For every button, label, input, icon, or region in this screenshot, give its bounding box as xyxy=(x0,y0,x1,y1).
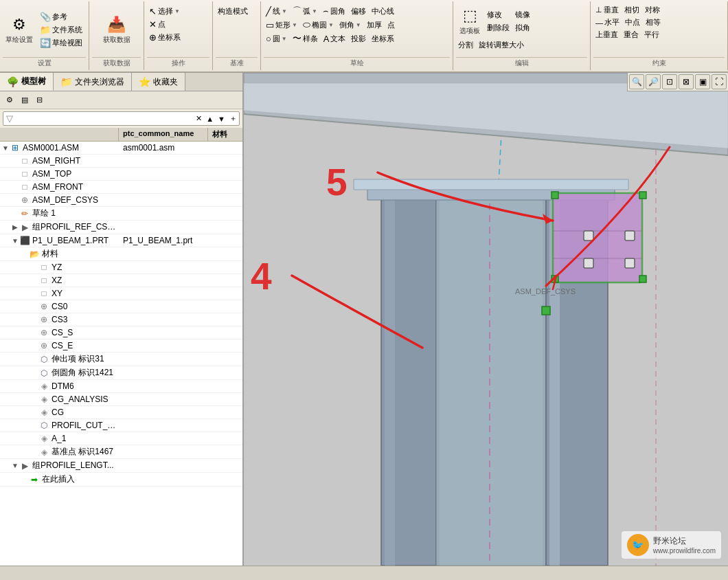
btn-spline[interactable]: 〜样条 xyxy=(291,32,320,45)
btn-equal[interactable]: 相等 xyxy=(644,16,663,28)
btn-line[interactable]: ╱线▼ xyxy=(264,5,289,17)
tree-item[interactable]: □ YZ xyxy=(0,261,242,274)
tree-item[interactable]: ⊕ ASM_DEF_CSYS xyxy=(0,194,242,207)
vp-btn-zoom-out[interactable]: 🔎 xyxy=(646,74,661,89)
tree-item[interactable]: ◈ 基准点 标识1467 xyxy=(0,445,242,459)
vp-btn-zoom-fit[interactable]: ⊡ xyxy=(662,74,677,89)
btn-mirror[interactable]: 镜像 xyxy=(513,9,532,21)
btn-re-sketch[interactable]: 🔄 草绘视图 xyxy=(38,37,84,49)
search-input[interactable] xyxy=(16,113,194,125)
btn-align[interactable]: 对称 xyxy=(643,4,662,16)
tree-item[interactable]: ⬡ PROFIL_CUT_QUIL... xyxy=(0,419,242,432)
tree-item[interactable]: □ XZ xyxy=(0,274,242,287)
status-bar xyxy=(0,566,728,580)
btn-select-items[interactable]: ⬚ 选项板 xyxy=(456,4,484,38)
btn-coord-label: 坐标系 xyxy=(158,32,181,43)
btn-arc[interactable]: ⌒弧▼ xyxy=(291,4,319,18)
btn-midpoint[interactable]: 中点 xyxy=(623,16,642,28)
vp-btn-zoom-actual[interactable]: ⊠ xyxy=(679,74,694,89)
vp-btn-zoom-in[interactable]: 🔍 xyxy=(629,74,644,89)
tree-item[interactable]: ▶ ▶ 组PROFIL_REF_CSYS xyxy=(0,221,242,234)
btn-divide[interactable]: 分割 xyxy=(456,39,475,51)
tree-item[interactable]: ➡ 在此插入 xyxy=(0,473,242,487)
tab-favorites[interactable]: ⭐ 收藏夹 xyxy=(132,73,185,91)
filesystem-icon: 📁 xyxy=(40,25,51,35)
tree-item-icon: □ xyxy=(38,275,49,286)
toolbar-btn-columns[interactable]: ▤ xyxy=(18,93,32,107)
tree-item[interactable]: ▼ ⊞ ASM0001.ASM asm0001.asm xyxy=(0,142,242,155)
tree-item[interactable]: □ ASM_TOP xyxy=(0,168,242,181)
btn-horizontal[interactable]: —水平 xyxy=(593,16,622,28)
btn-thicken[interactable]: 加厚 xyxy=(365,19,384,31)
vp-btn-view-mode[interactable]: ▣ xyxy=(695,74,710,89)
btn-getdata[interactable]: 📥 获取数据 xyxy=(100,5,133,55)
btn-sketch-settings[interactable]: ⚙ 草绘设置 xyxy=(3,5,36,55)
btn-circle-corner[interactable]: ⌢圆角 xyxy=(321,5,348,17)
tree-item[interactable]: ⊕ CS_E xyxy=(0,339,242,353)
tree-item-icon: ⊕ xyxy=(19,194,30,205)
btn-point[interactable]: ✕ 点 xyxy=(147,19,209,30)
search-clear-btn[interactable]: ✕ xyxy=(194,113,204,124)
tree-item[interactable]: ⬡ 倒圆角 标识1421 xyxy=(0,366,242,380)
tree-item[interactable]: ◈ A_1 xyxy=(0,432,242,445)
tree-item[interactable]: □ ASM_FRONT xyxy=(0,181,242,194)
btn-tangent[interactable]: 相切 xyxy=(622,4,641,16)
tree-item[interactable]: ◈ CG xyxy=(0,406,242,419)
btn-circle2[interactable]: ○圆▼ xyxy=(264,33,289,45)
btn-offset[interactable]: 偏移 xyxy=(349,5,368,17)
tree-item-icon: ⊕ xyxy=(38,327,49,338)
btn-delete-seg[interactable]: 删除段 xyxy=(485,22,512,34)
btn-rotate-resize[interactable]: 旋转调整大小 xyxy=(477,39,526,51)
tree-item[interactable]: ▼ ⬛ P1_U_BEAM_1.PRT P1_U_BEAM_1.prt xyxy=(0,234,242,247)
tree-item[interactable]: ✏ 草绘 1 xyxy=(0,207,242,221)
tree-item[interactable]: ◈ CG_ANALYSIS xyxy=(0,393,242,406)
tree-item[interactable]: □ XY xyxy=(0,287,242,300)
btn-ellipse[interactable]: ⬭椭圆▼ xyxy=(301,19,336,31)
svg-rect-8 xyxy=(385,197,395,566)
tree-item-icon: ⊕ xyxy=(38,340,49,351)
btn-centerline[interactable]: 中心线 xyxy=(369,5,396,17)
tree-item[interactable]: ⊕ CS_S xyxy=(0,326,242,339)
btn-construct[interactable]: 构造模式 xyxy=(216,5,258,17)
btn-filesystem[interactable]: 📁 文件系统 xyxy=(38,24,84,36)
btn-coincident[interactable]: 重合 xyxy=(622,29,641,41)
toolbar-btn-filter[interactable]: ⊟ xyxy=(33,93,46,107)
tab-model-tree[interactable]: 🌳 模型树 xyxy=(0,73,54,91)
tree-item-label: ASM_DEF_CSYS xyxy=(30,195,119,205)
btn-coordinate[interactable]: 坐标系 xyxy=(369,33,396,45)
expand-arrow[interactable]: ▼ xyxy=(11,237,19,245)
tree-item[interactable]: ◈ DTM6 xyxy=(0,380,242,393)
tree-item[interactable]: ⬡ 伸出项 标识31 xyxy=(0,353,242,366)
tree-item[interactable]: ⊕ CS3 xyxy=(0,313,242,326)
search-prev-btn[interactable]: ▲ xyxy=(204,113,216,124)
tab-folder-browser[interactable]: 📁 文件夹浏览器 xyxy=(54,73,132,91)
toolbar-btn-settings[interactable]: ⚙ xyxy=(3,93,16,107)
tree-item-icon: ⬛ xyxy=(19,235,30,246)
btn-select[interactable]: ↖ 选择 ▼ xyxy=(147,5,209,17)
tree-item[interactable]: 📂 材料 xyxy=(0,247,242,261)
expand-arrow[interactable]: ▼ xyxy=(1,144,10,152)
search-add-btn[interactable]: ＋ xyxy=(227,112,239,125)
expand-arrow[interactable]: ▶ xyxy=(11,223,19,231)
btn-coord[interactable]: ⊕ 坐标系 xyxy=(147,32,209,43)
btn-modify[interactable]: 修改 xyxy=(485,9,512,21)
tree-item[interactable]: ⊕ CS0 xyxy=(0,300,242,313)
vp-btn-fullscreen[interactable]: ⛶ xyxy=(712,74,727,89)
btn-perpendicular[interactable]: 上垂直 xyxy=(593,29,620,41)
tree-item[interactable]: ▼ ▶ 组PROFILE_LENGT... xyxy=(0,459,242,473)
model-tree-content[interactable]: ▼ ⊞ ASM0001.ASM asm0001.asm □ ASM_RIGHT … xyxy=(0,142,242,566)
btn-parallel[interactable]: 平行 xyxy=(642,29,661,41)
btn-fillet[interactable]: 拟角 xyxy=(513,22,532,34)
tree-item[interactable]: □ ASM_RIGHT xyxy=(0,155,242,168)
btn-chamfer[interactable]: 倒角▼ xyxy=(337,19,363,31)
btn-text[interactable]: A文本 xyxy=(321,33,348,45)
btn-point3[interactable]: 点 xyxy=(385,19,397,31)
expand-arrow[interactable]: ▼ xyxy=(11,462,19,469)
viewport[interactable]: 🔍 🔎 ⊡ ⊠ ▣ ⛶ xyxy=(244,73,728,566)
btn-project[interactable]: 投影 xyxy=(349,33,368,45)
btn-rect[interactable]: ▭矩形▼ xyxy=(264,19,299,31)
search-next-btn[interactable]: ▼ xyxy=(216,113,227,124)
btn-vertical[interactable]: ⊥垂直 xyxy=(593,4,621,16)
btn-reference[interactable]: 📎 参考 xyxy=(38,11,84,23)
tree-item-label: P1_U_BEAM_1.PRT xyxy=(30,236,119,245)
